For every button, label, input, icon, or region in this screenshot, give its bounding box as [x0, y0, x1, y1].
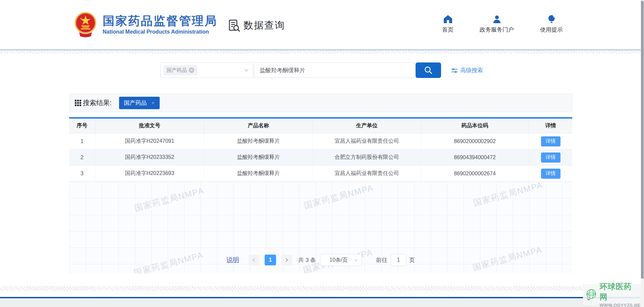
note-link[interactable]: 说明 — [226, 256, 239, 264]
category-tag-close-icon[interactable]: ✕ — [189, 68, 194, 73]
cell-drug-code: 86904394000472 — [421, 149, 529, 165]
national-emblem-icon — [74, 11, 97, 38]
cell-index: 3 — [69, 166, 95, 181]
site-logo-text: 环球医药网 ® WWW.QGYYZS.NET — [600, 281, 644, 307]
nav-item-gov-portal[interactable]: 政务服务门户 — [480, 15, 514, 34]
search-button[interactable] — [416, 62, 441, 78]
cell-product-name: 盐酸羟考酮缓释片 — [204, 133, 313, 149]
nav-item-home[interactable]: 首页 — [442, 15, 453, 34]
cell-manufacturer: 宜昌人福药业有限责任公司 — [313, 166, 421, 181]
page-title-block: 数据查询 — [227, 19, 285, 32]
header-nav: 首页 政务服务门户 使用提示 — [442, 15, 563, 34]
vertical-scrollbar[interactable] — [641, 0, 644, 307]
bulb-icon — [547, 15, 556, 24]
pagination: 说明 1 共 3 条 10条/页 — [69, 254, 572, 266]
person-icon — [492, 15, 501, 24]
logo-text: 国家药品监督管理局 National Medical Products Admi… — [103, 14, 217, 35]
search-input[interactable] — [254, 62, 415, 78]
cell-drug-code: 86902000002674 — [421, 166, 529, 181]
nmpa-logo: 国家药品监督管理局 National Medical Products Admi… — [74, 11, 217, 38]
category-tag-label: 国产药品 — [167, 67, 187, 74]
col-header-index: 序号 — [69, 119, 95, 133]
search-icon — [424, 66, 433, 75]
scrollbar-thumb[interactable] — [641, 1, 644, 279]
search-results-bar: 搜索结果: 国产药品 × — [69, 94, 572, 112]
next-page-button[interactable] — [281, 255, 292, 265]
logo-title: 国家药品监督管理局 — [103, 14, 217, 28]
results-filter-tag-close-icon[interactable]: × — [152, 100, 155, 106]
col-header-manufacturer: 生产单位 — [313, 119, 421, 133]
cell-index: 1 — [69, 133, 95, 149]
site-name: 环球医药网 — [600, 281, 640, 302]
globe-icon — [585, 288, 598, 302]
sliders-icon — [451, 68, 458, 74]
results-filter-tag-label: 国产药品 — [124, 99, 147, 107]
col-header-drug-code: 药品本位码 — [421, 119, 529, 133]
table-row: 1 国药准字H20247091 盐酸羟考酮缓释片 宜昌人福药业有限责任公司 86… — [69, 133, 572, 149]
cell-manufacturer: 合肥立方制药股份有限公司 — [313, 149, 421, 165]
results-table: 序号 批准文号 产品名称 生产单位 药品本位码 详情 1 国药准字H202470… — [69, 117, 572, 274]
total-count-label: 共 3 条 — [298, 256, 316, 264]
advanced-search-link[interactable]: 高级搜索 — [451, 67, 483, 74]
prev-page-button[interactable] — [249, 255, 259, 265]
cell-approval-no: 国药准字H20233352 — [95, 149, 204, 165]
cell-manufacturer: 宜昌人福药业有限责任公司 — [313, 133, 421, 149]
nmpa-watermark: 国家药监局NMPA — [472, 182, 544, 209]
cell-product-name: 盐酸羟考酮缓释片 — [204, 166, 313, 181]
page-title: 数据查询 — [244, 19, 285, 32]
page-number-button[interactable]: 1 — [265, 255, 276, 265]
page-size-value: 10条/页 — [329, 257, 347, 264]
chevron-left-icon — [252, 258, 256, 262]
cell-drug-code: 86902000002902 — [421, 133, 529, 149]
goto-page-label: 前往 — [376, 256, 387, 264]
category-select[interactable]: 国产药品 ✕ — [160, 62, 253, 78]
table-empty-area: 国家药监局NMPA 国家药监局NMPA 国家药监局NMPA 国家药监局NMPA … — [69, 182, 572, 273]
chevron-right-icon — [285, 258, 289, 262]
results-label: 搜索结果: — [83, 98, 112, 107]
nmpa-watermark: 国家药监局NMPA — [303, 182, 375, 211]
nav-item-tips[interactable]: 使用提示 — [540, 15, 563, 34]
advanced-search-label: 高级搜索 — [460, 67, 483, 74]
table-row: 3 国药准字H20223693 盐酸羟考酮缓释片 宜昌人福药业有限责任公司 86… — [69, 166, 572, 182]
chevron-down-icon — [244, 69, 249, 72]
home-icon — [443, 15, 452, 24]
nav-label-home: 首页 — [442, 26, 453, 34]
detail-button[interactable]: 详情 — [541, 152, 560, 163]
nav-label-tips: 使用提示 — [540, 26, 563, 34]
footer-bar — [0, 298, 644, 307]
header: 国家药品监督管理局 National Medical Products Admi… — [0, 0, 644, 50]
table-row: 2 国药准字H20233352 盐酸羟考酮缓释片 合肥立方制药股份有限公司 86… — [69, 149, 572, 166]
goto-page-input[interactable] — [391, 254, 406, 266]
nmpa-data-query-page: 国家药品监督管理局 National Medical Products Admi… — [0, 0, 644, 307]
category-tag[interactable]: 国产药品 ✕ — [164, 65, 197, 75]
header-divider-hatch — [0, 50, 644, 54]
detail-button[interactable]: 详情 — [541, 136, 560, 146]
cell-index: 2 — [69, 149, 95, 165]
footer-divider-hatch — [0, 286, 644, 291]
col-header-detail: 详情 — [529, 119, 572, 133]
col-header-product-name: 产品名称 — [204, 119, 313, 133]
cell-approval-no: 国药准字H20223693 — [95, 166, 204, 181]
cell-product-name: 盐酸羟考酮缓释片 — [204, 149, 313, 165]
grid-icon — [75, 100, 81, 106]
site-watermark-logo: 环球医药网 ® WWW.QGYYZS.NET — [583, 284, 643, 305]
detail-button[interactable]: 详情 — [541, 169, 560, 179]
page-unit-label: 页 — [409, 256, 415, 264]
logo-subtitle: National Medical Products Administration — [103, 29, 217, 35]
col-header-approval-no: 批准文号 — [95, 119, 204, 133]
results-filter-tag[interactable]: 国产药品 × — [119, 97, 160, 109]
document-search-icon — [227, 19, 241, 32]
nav-label-gov-portal: 政务服务门户 — [480, 26, 514, 34]
site-url: WWW.QGYYZS.NET — [600, 303, 644, 307]
table-header-row: 序号 批准文号 产品名称 生产单位 药品本位码 详情 — [69, 119, 572, 133]
nmpa-watermark: 国家药监局NMPA — [133, 185, 205, 214]
cell-approval-no: 国药准字H20247091 — [95, 133, 204, 149]
chevron-down-icon — [354, 259, 358, 262]
page-size-select[interactable]: 10条/页 — [320, 254, 362, 266]
